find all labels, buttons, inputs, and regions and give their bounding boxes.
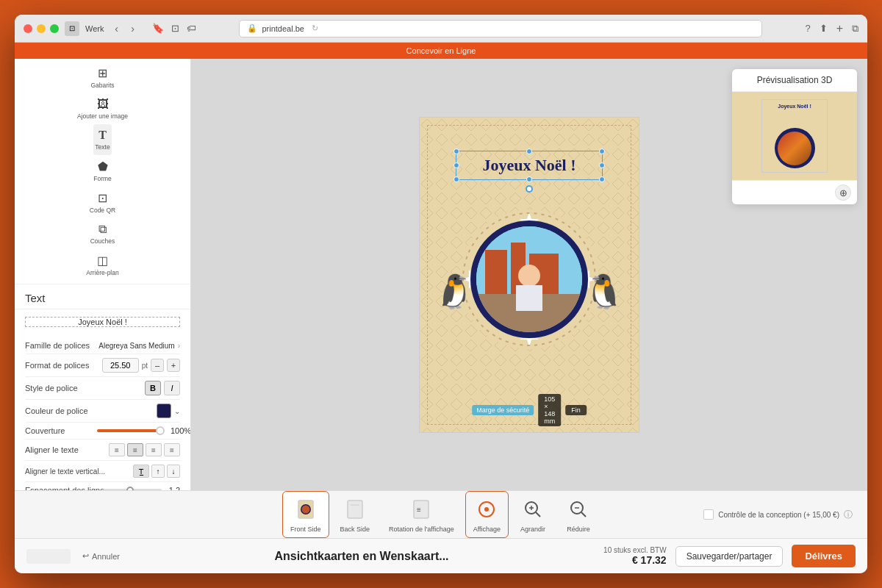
handle-br[interactable] <box>599 176 605 182</box>
sidebar-item-qrcode[interactable]: ⊡ Code QR <box>88 187 117 218</box>
image-label: Ajouter une image <box>77 112 128 120</box>
tab-icon: ⊡ <box>65 21 79 36</box>
handle-tr[interactable] <box>599 148 605 154</box>
tab-agrandir[interactable]: Agrandir <box>512 491 554 538</box>
font-size-input[interactable] <box>102 358 139 373</box>
font-size-decrease[interactable]: – <box>151 359 164 372</box>
handle-tm[interactable] <box>526 148 532 154</box>
coverage-row: Couverture 100% <box>25 423 180 440</box>
font-size-increase[interactable]: + <box>167 359 180 372</box>
forward-arrow[interactable]: › <box>126 22 139 35</box>
font-style-label: Style de police <box>25 384 91 392</box>
minimize-button[interactable] <box>37 24 46 33</box>
main-content: ⊞ Gabarits 🖼 Ajouter une image T Texte ⬟… <box>15 59 867 490</box>
svg-point-20 <box>301 506 309 514</box>
align-justify-button[interactable]: ≡ <box>164 443 180 456</box>
handle-ml[interactable] <box>453 162 459 168</box>
footer-left: ↩ Annuler <box>26 549 120 564</box>
vertical-align-buttons: T̲ ↑ ↓ <box>133 465 180 478</box>
handle-bm[interactable] <box>526 176 532 182</box>
bold-button[interactable]: B <box>145 381 161 395</box>
share-icon[interactable]: ⬆ <box>820 23 828 34</box>
product-title-text: Ansichtkaarten en Wenskaart... <box>274 550 448 562</box>
affichage-icon <box>473 496 500 523</box>
arriere-plan-label: Arrière-plan <box>86 269 118 276</box>
text-preview-content: Joyeux Noël ! <box>78 318 127 326</box>
valign-top-button[interactable]: T̲ <box>133 465 149 478</box>
front-side-icon <box>293 496 319 523</box>
undo-button[interactable]: ↩ Annuler <box>82 551 120 561</box>
coverage-slider-track[interactable] <box>97 429 163 432</box>
tab-label: Werk <box>85 24 104 33</box>
handle-mr[interactable] <box>599 162 605 168</box>
check-box[interactable] <box>703 509 714 520</box>
valign-misc1[interactable]: ↑ <box>151 465 165 478</box>
tab-back-side[interactable]: Back Side <box>332 491 379 538</box>
color-control[interactable]: ⌄ <box>157 404 180 418</box>
preview-3d-image: Joyeux Noël ! <box>732 92 857 180</box>
close-button[interactable] <box>24 24 32 33</box>
font-size-row: Format de polices pt – + <box>25 354 180 377</box>
sidebar-item-texte[interactable]: T Texte <box>93 124 111 155</box>
sidebar-item-forme[interactable]: ⬟ Forme <box>92 155 113 187</box>
maximize-button[interactable] <box>50 24 59 33</box>
coverage-slider-thumb[interactable] <box>156 426 165 435</box>
align-right-button[interactable]: ≡ <box>146 443 162 456</box>
back-arrow[interactable]: ‹ <box>110 22 123 35</box>
bookmark-icon: 🔖 <box>152 23 164 34</box>
save-button[interactable]: Sauvegarder/partager <box>675 546 784 567</box>
sidebar-item-arriere-plan[interactable]: ◫ Arrière-plan <box>85 249 120 281</box>
url-bar[interactable]: 🔒 printdeal.be ↻ <box>239 20 762 37</box>
sidebar: ⊞ Gabarits 🖼 Ajouter une image T Texte ⬟… <box>15 59 191 490</box>
preview-mini-circle <box>775 128 815 168</box>
font-family-value[interactable]: Alegreya Sans Medium › <box>98 342 180 350</box>
undo-label: Annuler <box>92 552 120 561</box>
canvas-text-element[interactable]: Joyeux Noël ! <box>456 151 603 180</box>
forme-icon: ⬟ <box>98 159 108 173</box>
align-vertical-row: Aligner le texte vertical... T̲ ↑ ↓ <box>25 461 180 482</box>
units-label: 10 stuks excl. BTW <box>603 546 667 554</box>
italic-button[interactable]: I <box>164 381 180 395</box>
canvas-text-selected: Joyeux Noël ! <box>456 151 603 180</box>
tab-affichage[interactable]: Affichage <box>465 491 509 538</box>
panel-title: Text <box>25 292 46 304</box>
title-bar: ⊡ Werk ‹ › 🔖 ⊡ 🏷 🔒 printdeal.be ↻ ? ⬆ + … <box>15 15 867 43</box>
url-text: printdeal.be <box>262 24 304 33</box>
add-tab-icon[interactable]: + <box>836 22 843 35</box>
refresh-icon[interactable]: ↻ <box>312 24 318 33</box>
arriere-plan-icon: ◫ <box>97 254 108 268</box>
sidebar-item-couches[interactable]: ⧉ Couches <box>89 218 117 249</box>
sidebar-item-image[interactable]: 🖼 Ajouter une image <box>76 93 129 124</box>
zoom-in-button[interactable]: ⊕ <box>835 184 851 201</box>
preview-card-mini: Joyeux Noël ! <box>761 99 828 173</box>
handle-tl[interactable] <box>453 148 459 154</box>
tab-reduire[interactable]: Réduire <box>557 491 600 538</box>
handle-rotate[interactable] <box>526 185 533 193</box>
align-center-button[interactable]: ≡ <box>127 443 143 456</box>
align-left-button[interactable]: ≡ <box>109 443 125 456</box>
affichage-label: Affichage <box>473 526 501 533</box>
help-icon[interactable]: ? <box>805 23 810 34</box>
valign-misc2[interactable]: ↓ <box>167 465 180 478</box>
design-canvas[interactable]: Joyeux Noël ! <box>419 117 639 433</box>
handle-bl[interactable] <box>453 176 459 182</box>
forme-label: Forme <box>93 175 112 182</box>
check-control[interactable]: Contrôle de la conception (+ 15,00 €) ⓘ <box>703 509 853 521</box>
bottom-toolbar: Front Side Back Side ≡ Rotation de l'aff… <box>15 490 867 538</box>
deliver-button[interactable]: Délivres <box>792 545 856 567</box>
font-size-label: Format de polices <box>25 361 91 370</box>
couches-label: Couches <box>90 237 115 245</box>
coverage-value: 100% <box>171 426 191 435</box>
preview-mini-text: Joyeux Noël ! <box>778 104 811 109</box>
tabs-icon[interactable]: ⧉ <box>852 23 858 35</box>
tab-rotation[interactable]: ≡ Rotation de l'affichage <box>381 491 462 538</box>
color-swatch[interactable] <box>157 404 171 418</box>
agrandir-label: Agrandir <box>520 526 545 533</box>
tab-front-side[interactable]: Front Side <box>282 491 329 538</box>
align-text-label: Aligner le texte <box>25 445 91 454</box>
footer-product-title: Ansichtkaarten en Wenskaart... <box>274 550 448 563</box>
text-preview-box[interactable]: Joyeux Noël ! <box>25 317 180 327</box>
sidebar-item-gabarits[interactable]: ⊞ Gabarits <box>89 62 115 93</box>
preview-zoom: ⊕ <box>732 180 857 204</box>
svg-text:≡: ≡ <box>417 506 421 514</box>
